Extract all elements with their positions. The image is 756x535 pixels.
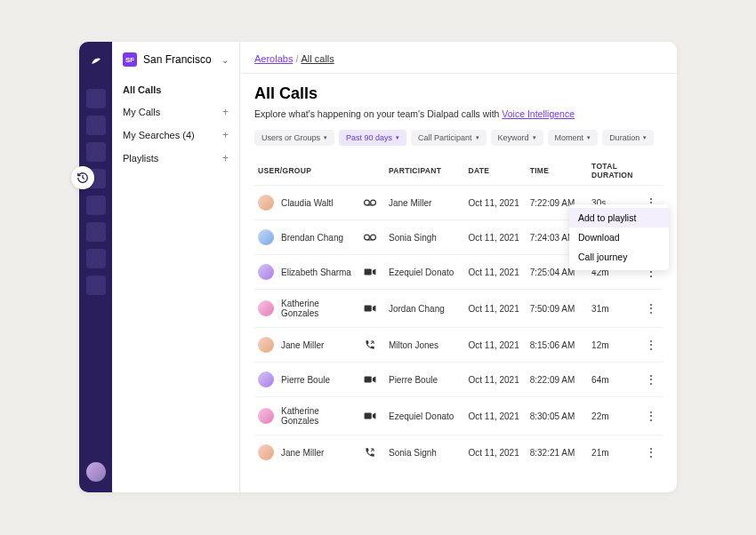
filter-label: Users or Groups: [261, 133, 320, 142]
avatar: [258, 371, 274, 387]
date-cell: Oct 11, 2021: [464, 397, 526, 435]
menu-download[interactable]: Download: [569, 228, 669, 247]
rail-item[interactable]: [86, 196, 106, 215]
voicemail-icon: [364, 196, 376, 209]
breadcrumb-current: All calls: [301, 53, 334, 64]
participant-cell: Sonia Signh: [385, 435, 465, 470]
page-title: All Calls: [254, 84, 663, 103]
subtitle-text: Explore what's happening on your team's …: [254, 108, 502, 119]
plus-icon[interactable]: +: [222, 152, 229, 164]
duration-cell: 64m: [588, 363, 641, 397]
user-cell: Claudia Waltl: [258, 195, 357, 211]
outgoing-call-icon: [364, 339, 376, 351]
app-logo-icon: [88, 52, 104, 68]
user-name: Pierre Boule: [281, 375, 330, 385]
row-menu-button[interactable]: ⋮: [641, 435, 663, 470]
svg-point-3: [365, 235, 370, 240]
chevron-down-icon: ▾: [643, 134, 647, 141]
filter-moment[interactable]: Moment▾: [548, 130, 599, 146]
filter-keyword[interactable]: Keyword▾: [491, 130, 543, 146]
filter-label: Past 90 days: [346, 133, 392, 142]
sidebar-item-playlists[interactable]: Playlists+: [112, 147, 239, 170]
participant-cell: Jordan Chang: [385, 290, 465, 328]
rail-item[interactable]: [86, 116, 106, 135]
row-menu-button[interactable]: ⋮: [641, 363, 663, 397]
rail-active-history-icon[interactable]: [71, 166, 94, 189]
voice-intelligence-link[interactable]: Voice Intelligence: [502, 108, 575, 119]
avatar: [258, 300, 274, 316]
svg-point-0: [365, 200, 370, 205]
sidebar-item-all-calls[interactable]: All Calls: [112, 79, 239, 100]
avatar: [258, 337, 274, 353]
rail-item[interactable]: [86, 275, 106, 295]
calls-table: USER/GROUP PARTICIPANT DATE TIME TOTAL D…: [254, 156, 663, 469]
row-menu-button[interactable]: ⋮: [641, 397, 663, 435]
sidebar-item-label: My Searches (4): [123, 130, 195, 140]
filter-label: Duration: [609, 133, 639, 142]
menu-add-to-playlist[interactable]: Add to playlist: [569, 208, 669, 228]
team-badge: SF: [123, 52, 137, 67]
svg-rect-10: [365, 413, 372, 419]
team-selector[interactable]: SF San Francisco ⌄: [112, 52, 239, 79]
time-cell: 8:22:09 AM: [527, 363, 588, 397]
col-date: DATE: [464, 156, 526, 186]
user-cell: Brendan Chang: [258, 229, 357, 245]
content: All Calls Explore what's happening on yo…: [240, 74, 677, 480]
row-menu-button[interactable]: ⋮: [641, 290, 663, 328]
table-row[interactable]: Jane MillerSonia SignhOct 11, 20218:32:2…: [254, 435, 663, 470]
user-name: Katherine Gonzales: [281, 406, 357, 426]
filter-duration[interactable]: Duration▾: [602, 130, 654, 146]
date-cell: Oct 11, 2021: [464, 363, 526, 397]
sidebar-item-label: My Calls: [123, 107, 160, 117]
rail-item[interactable]: [86, 142, 106, 162]
svg-point-4: [371, 235, 376, 240]
svg-rect-7: [365, 306, 372, 312]
duration-cell: 22m: [588, 397, 641, 435]
row-menu-button[interactable]: ⋮: [641, 328, 663, 363]
filter-bar: Users or Groups▾ Past 90 days▾ Call Part…: [254, 130, 663, 146]
date-cell: Oct 11, 2021: [464, 186, 526, 220]
participant-cell: Ezequiel Donato: [385, 397, 465, 435]
chevron-down-icon: ⌄: [221, 55, 229, 65]
filter-users[interactable]: Users or Groups▾: [254, 130, 334, 146]
rail-item[interactable]: [86, 249, 106, 268]
sidebar-item-my-calls[interactable]: My Calls+: [112, 100, 239, 124]
user-name: Jane Miller: [281, 448, 324, 458]
participant-cell: Pierre Boule: [385, 363, 465, 397]
chevron-down-icon: ▾: [324, 134, 327, 141]
video-icon: [364, 373, 376, 386]
avatar: [258, 264, 274, 280]
filter-date[interactable]: Past 90 days▾: [339, 130, 406, 146]
sidebar-item-label: Playlists: [123, 153, 158, 164]
filter-label: Keyword: [498, 133, 529, 142]
chevron-down-icon: ▾: [396, 134, 399, 141]
user-cell: Pierre Boule: [258, 371, 357, 387]
nav-rail: [79, 42, 112, 492]
table-row[interactable]: Katherine GonzalesEzequiel DonatoOct 11,…: [254, 397, 663, 435]
user-avatar[interactable]: [86, 462, 106, 482]
outgoing-call-icon: [364, 446, 376, 459]
table-row[interactable]: Katherine GonzalesJordan ChangOct 11, 20…: [254, 290, 663, 328]
sidebar-item-my-searches[interactable]: My Searches (4)+: [112, 124, 239, 147]
rail-item[interactable]: [86, 222, 106, 242]
user-cell: Katherine Gonzales: [258, 299, 357, 318]
date-cell: Oct 11, 2021: [464, 290, 526, 328]
chevron-down-icon: ▾: [533, 134, 536, 141]
breadcrumb: Aerolabs/All calls: [240, 42, 677, 74]
team-name: San Francisco: [143, 53, 215, 66]
video-icon: [364, 266, 376, 278]
user-cell: Katherine Gonzales: [258, 406, 357, 426]
duration-cell: 21m: [588, 435, 641, 470]
table-row[interactable]: Pierre BoulePierre BouleOct 11, 20218:22…: [254, 363, 663, 397]
date-cell: Oct 11, 2021: [464, 435, 526, 470]
time-cell: 8:32:21 AM: [527, 435, 588, 470]
user-cell: Elizabeth Sharma: [258, 264, 357, 280]
menu-call-journey[interactable]: Call journey: [569, 247, 669, 267]
filter-participant[interactable]: Call Participant▾: [411, 130, 487, 146]
table-row[interactable]: Jane MillerMilton JonesOct 11, 20218:15:…: [254, 328, 663, 363]
plus-icon[interactable]: +: [222, 106, 229, 118]
plus-icon[interactable]: +: [222, 129, 229, 141]
breadcrumb-parent[interactable]: Aerolabs: [254, 53, 293, 64]
rail-item[interactable]: [86, 89, 106, 108]
chevron-down-icon: ▾: [587, 134, 591, 141]
